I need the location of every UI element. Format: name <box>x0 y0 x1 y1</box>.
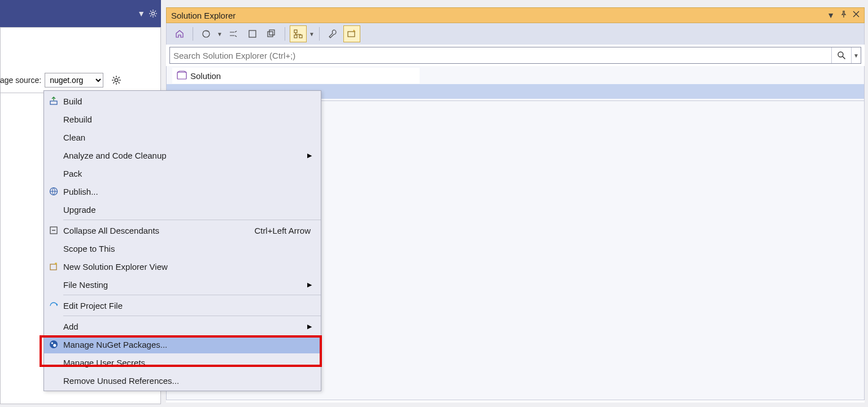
svg-line-6 <box>155 15 156 16</box>
svg-line-7 <box>150 15 151 16</box>
menu-item-label: Upgrade <box>63 205 314 215</box>
svg-rect-33 <box>50 264 56 270</box>
menu-item-label: Clean <box>63 133 314 142</box>
svg-point-36 <box>51 342 53 344</box>
search-input[interactable] <box>170 51 831 60</box>
menu-divider <box>63 295 321 295</box>
editproj-icon <box>44 301 63 310</box>
window-position-dropdown-icon[interactable]: ▼ <box>827 11 835 20</box>
show-all-files-icon[interactable] <box>263 25 280 42</box>
svg-rect-29 <box>50 101 57 104</box>
svg-line-27 <box>843 56 845 59</box>
menu-divider <box>63 316 321 316</box>
package-source-select[interactable]: nuget.org <box>45 73 103 87</box>
svg-line-16 <box>114 82 115 84</box>
svg-line-14 <box>114 77 115 78</box>
class-view-dropdown[interactable]: ▼ <box>309 31 315 37</box>
menu-item-clean[interactable]: Clean <box>44 128 321 146</box>
menu-item-label: Scope to This <box>63 244 314 253</box>
menu-item-label: File Nesting <box>63 280 307 290</box>
svg-rect-19 <box>249 30 256 37</box>
collapse-icon <box>44 226 63 235</box>
menu-item-label: Edit Project File <box>63 301 314 310</box>
solution-explorer-toolbar: ▼ ▼ <box>166 23 865 45</box>
menu-item-label: Manage NuGet Packages... <box>63 340 314 349</box>
menu-item-removeun[interactable]: Remove Unused References... <box>44 371 321 390</box>
menu-item-label: Publish... <box>63 187 314 196</box>
solution-label: Solution <box>190 71 221 81</box>
panel-title: Solution Explorer <box>171 11 235 20</box>
document-well-header: ▼ <box>0 0 161 27</box>
nuget-icon <box>44 340 63 349</box>
window-options-dropdown-icon[interactable]: ▼ <box>137 9 145 18</box>
newview-icon <box>44 262 63 271</box>
svg-line-15 <box>119 82 120 84</box>
build-icon <box>44 97 63 106</box>
svg-rect-21 <box>269 30 274 35</box>
menu-item-nuget[interactable]: Manage NuGet Packages... <box>44 335 321 353</box>
submenu-arrow-icon: ▶ <box>307 323 312 330</box>
solution-explorer-search: ▼ <box>169 47 861 64</box>
panel-title-bar: Solution Explorer ▼ <box>166 7 865 23</box>
menu-item-analyze[interactable]: Analyze and Code Cleanup▶ <box>44 146 321 164</box>
menu-item-label: Remove Unused References... <box>63 376 314 386</box>
menu-item-label: Rebuild <box>63 115 314 124</box>
properties-icon[interactable] <box>324 25 341 42</box>
gear-icon[interactable] <box>149 9 158 18</box>
solution-icon <box>177 71 187 81</box>
menu-item-secrets[interactable]: Manage User Secrets <box>44 353 321 371</box>
switch-views-dropdown[interactable]: ▼ <box>217 31 223 37</box>
menu-item-add[interactable]: Add▶ <box>44 317 321 335</box>
solution-node[interactable]: Solution <box>172 68 420 84</box>
menu-item-label: Build <box>63 97 314 106</box>
gear-icon[interactable] <box>111 75 121 85</box>
preview-selected-icon[interactable] <box>343 25 360 42</box>
menu-item-label: Analyze and Code Cleanup <box>63 151 307 160</box>
menu-item-rebuild[interactable]: Rebuild <box>44 110 321 128</box>
sync-active-doc-icon[interactable] <box>244 25 261 42</box>
project-context-menu: BuildRebuildCleanAnalyze and Code Cleanu… <box>43 90 321 391</box>
switch-views-icon[interactable] <box>198 25 215 42</box>
svg-rect-22 <box>294 30 297 33</box>
menu-item-scope[interactable]: Scope to This <box>44 239 321 257</box>
svg-point-26 <box>838 52 843 57</box>
menu-item-label: Pack <box>63 169 314 178</box>
search-options-dropdown[interactable]: ▼ <box>851 47 861 63</box>
globe-icon <box>44 187 63 196</box>
svg-rect-20 <box>268 32 273 37</box>
menu-item-collapse[interactable]: Collapse All DescendantsCtrl+Left Arrow <box>44 221 321 239</box>
menu-divider <box>63 220 321 220</box>
menu-item-newview[interactable]: New Solution Explorer View <box>44 257 321 275</box>
menu-item-label: Add <box>63 322 307 331</box>
home-icon[interactable] <box>171 25 188 42</box>
svg-rect-23 <box>294 35 297 38</box>
submenu-arrow-icon: ▶ <box>307 281 312 288</box>
close-icon[interactable] <box>853 11 860 20</box>
pin-icon[interactable] <box>840 11 847 20</box>
svg-line-5 <box>150 11 151 12</box>
search-icon[interactable] <box>831 47 851 63</box>
pending-changes-filter-icon[interactable] <box>225 25 242 42</box>
submenu-arrow-icon: ▶ <box>307 152 312 159</box>
menu-item-label: Manage User Secrets <box>63 358 314 367</box>
class-view-icon[interactable] <box>290 25 307 42</box>
menu-item-shortcut: Ctrl+Left Arrow <box>254 226 311 235</box>
package-source-row: age source: nuget.org <box>0 73 161 87</box>
menu-item-editproj[interactable]: Edit Project File <box>44 296 321 314</box>
menu-item-filenesting[interactable]: File Nesting▶ <box>44 275 321 294</box>
window-buttons: ▼ <box>827 11 860 20</box>
menu-item-label: New Solution Explorer View <box>63 262 314 272</box>
svg-line-17 <box>119 77 120 78</box>
menu-item-label: Collapse All Descendants <box>63 226 254 235</box>
menu-item-publish[interactable]: Publish... <box>44 182 321 200</box>
svg-rect-28 <box>177 72 186 79</box>
menu-item-upgrade[interactable]: Upgrade <box>44 200 321 218</box>
svg-point-37 <box>53 344 56 347</box>
svg-rect-25 <box>348 32 355 37</box>
svg-line-8 <box>155 11 156 12</box>
package-source-label: age source: <box>0 76 41 85</box>
svg-point-0 <box>152 12 155 15</box>
svg-rect-24 <box>299 35 302 38</box>
menu-item-build[interactable]: Build <box>44 92 321 110</box>
menu-item-pack[interactable]: Pack <box>44 164 321 182</box>
